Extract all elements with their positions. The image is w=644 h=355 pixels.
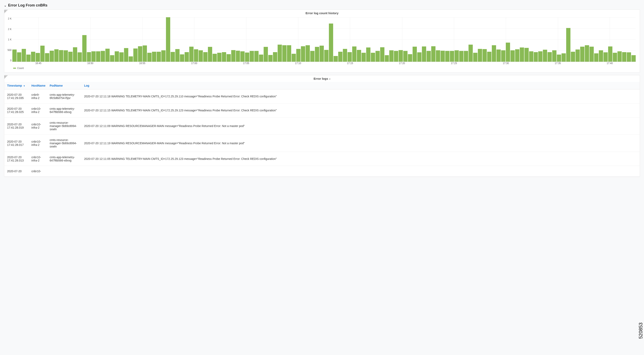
bar[interactable] xyxy=(26,55,30,62)
bar[interactable] xyxy=(506,43,510,62)
bar[interactable] xyxy=(590,47,594,62)
table-row[interactable]: 2020-07-20cnbr10- xyxy=(4,166,640,177)
bar[interactable] xyxy=(245,53,249,62)
bar[interactable] xyxy=(105,49,110,62)
bar[interactable] xyxy=(348,52,352,62)
bar[interactable] xyxy=(54,49,58,62)
bar[interactable] xyxy=(287,45,291,62)
table-row[interactable]: 2020-07-20 17:41:28.025cnbr10-infra-2cmt… xyxy=(4,104,640,117)
bar[interactable] xyxy=(222,52,226,62)
bar[interactable] xyxy=(520,48,524,62)
bar[interactable] xyxy=(12,50,16,62)
bar[interactable] xyxy=(362,53,366,62)
bar[interactable] xyxy=(231,50,236,62)
bar[interactable] xyxy=(548,52,552,62)
bar[interactable] xyxy=(585,45,589,62)
bar[interactable] xyxy=(613,53,617,62)
bar[interactable] xyxy=(78,52,82,62)
bar[interactable] xyxy=(464,51,468,62)
bar[interactable] xyxy=(143,46,147,62)
bar[interactable] xyxy=(273,52,277,62)
bar[interactable] xyxy=(385,55,389,62)
bar[interactable] xyxy=(492,45,496,62)
bar[interactable] xyxy=(366,48,370,62)
bar[interactable] xyxy=(529,51,533,62)
bar[interactable] xyxy=(543,50,547,62)
bar[interactable] xyxy=(310,51,314,62)
bar[interactable] xyxy=(394,51,398,62)
column-header-hostname[interactable]: HostName xyxy=(28,82,47,90)
chart-panel-title[interactable]: Error log count history xyxy=(4,10,640,17)
bar[interactable] xyxy=(329,24,333,62)
bar[interactable] xyxy=(524,48,529,62)
bar[interactable] xyxy=(562,53,566,62)
bar[interactable] xyxy=(534,52,538,62)
bar[interactable] xyxy=(618,51,622,62)
table-row[interactable]: 2020-07-20 17:41:28.019cnbr10-infra-2cmt… xyxy=(4,117,640,135)
bar[interactable] xyxy=(184,52,189,62)
bar[interactable] xyxy=(64,50,68,62)
bar[interactable] xyxy=(454,50,459,62)
bar[interactable] xyxy=(36,53,40,62)
bar[interactable] xyxy=(315,47,319,62)
bar[interactable] xyxy=(133,49,138,62)
bar[interactable] xyxy=(45,53,49,62)
bar[interactable] xyxy=(320,46,324,62)
bar[interactable] xyxy=(194,49,198,62)
bar[interactable] xyxy=(334,56,338,62)
bar[interactable] xyxy=(459,51,464,62)
chart-area[interactable]: 2 K2 K1 K5000 16:4516:5016:5517:0017:051… xyxy=(4,17,640,72)
bar[interactable] xyxy=(259,55,263,62)
bar[interactable] xyxy=(576,50,580,62)
bar[interactable] xyxy=(110,55,114,62)
bar[interactable] xyxy=(226,54,231,62)
bar[interactable] xyxy=(632,55,636,62)
bar[interactable] xyxy=(501,50,506,62)
bar[interactable] xyxy=(622,52,626,62)
bar[interactable] xyxy=(203,52,208,62)
column-header-timestamp[interactable]: Timestamp ▼ xyxy=(4,82,28,90)
bar[interactable] xyxy=(166,17,170,62)
bar[interactable] xyxy=(147,53,152,62)
info-icon[interactable] xyxy=(4,10,8,14)
bar[interactable] xyxy=(161,50,166,62)
bar[interactable] xyxy=(431,46,436,62)
bar[interactable] xyxy=(473,53,478,62)
bar[interactable] xyxy=(594,53,598,62)
bar[interactable] xyxy=(496,50,501,62)
bar[interactable] xyxy=(208,47,212,62)
bar[interactable] xyxy=(403,51,408,62)
bar[interactable] xyxy=(301,46,305,62)
bar[interactable] xyxy=(478,49,482,62)
bar[interactable] xyxy=(296,49,300,62)
bar[interactable] xyxy=(50,51,54,62)
bar[interactable] xyxy=(73,47,77,62)
table-row[interactable]: 2020-07-20 17:41:29.035cnbr9-infra-2cmts… xyxy=(4,90,640,104)
bar[interactable] xyxy=(422,47,426,62)
bar[interactable] xyxy=(217,53,222,62)
bar[interactable] xyxy=(343,49,347,62)
bar[interactable] xyxy=(180,54,184,62)
bar[interactable] xyxy=(198,50,203,62)
bar[interactable] xyxy=(40,46,44,62)
bar[interactable] xyxy=(68,52,72,62)
bar[interactable] xyxy=(445,51,450,62)
bar[interactable] xyxy=(371,53,375,62)
bar[interactable] xyxy=(306,45,310,62)
bar[interactable] xyxy=(604,52,608,62)
table-row[interactable]: 2020-07-20 17:41:28.017cnbr10-infra-2cmt… xyxy=(4,135,640,152)
bar[interactable] xyxy=(566,28,570,62)
bar[interactable] xyxy=(212,54,217,62)
bar[interactable] xyxy=(92,51,96,62)
bar[interactable] xyxy=(376,51,380,62)
bar[interactable] xyxy=(189,47,194,62)
bar[interactable] xyxy=(278,45,282,62)
bar[interactable] xyxy=(338,52,342,62)
bar[interactable] xyxy=(240,51,244,62)
bar[interactable] xyxy=(254,51,258,62)
bar[interactable] xyxy=(157,52,161,62)
bar[interactable] xyxy=(138,46,142,62)
bar[interactable] xyxy=(324,50,328,62)
bar[interactable] xyxy=(171,52,175,62)
bar[interactable] xyxy=(389,50,394,62)
